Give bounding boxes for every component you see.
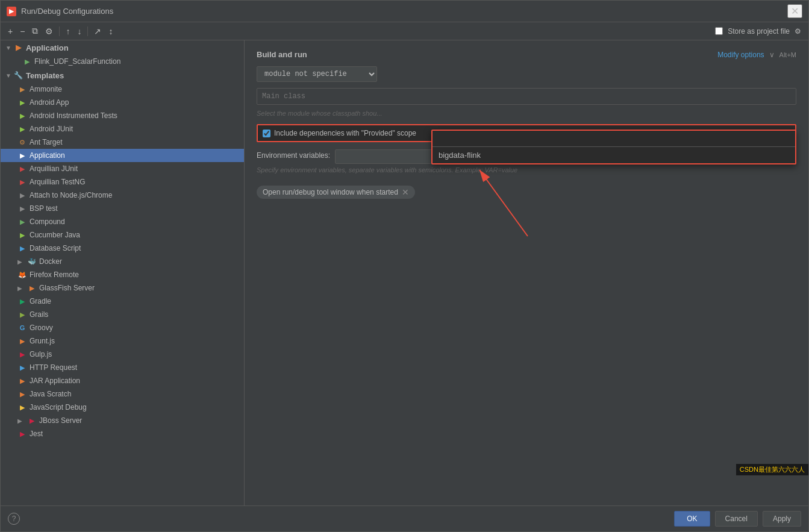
modify-options-chevron: ∨ — [769, 51, 775, 59]
template-firefox[interactable]: 🦊 Firefox Remote — [1, 268, 244, 281]
db-icon: ▶ — [17, 243, 27, 253]
template-android-instrumented[interactable]: ▶ Android Instrumented Tests — [1, 109, 244, 122]
template-application[interactable]: ▶ Application — [1, 149, 244, 162]
main-class-input[interactable] — [257, 88, 796, 105]
dropdown-search-input[interactable] — [433, 131, 795, 147]
template-gruntjs[interactable]: ▶ Grunt.js — [1, 334, 244, 348]
open-run-close-button[interactable]: ✕ — [402, 187, 409, 197]
toolbar: + − ⧉ ⚙ ↑ ↓ ↗ ↕ Store as project file ⚙ — [1, 22, 808, 40]
settings-button[interactable]: ⚙ — [43, 25, 55, 37]
modify-options-area: Modify options ∨ Alt+M — [717, 51, 796, 59]
module-dropdown[interactable]: module not specifie — [257, 66, 377, 82]
template-javascript-debug[interactable]: ▶ JavaScript Debug — [1, 401, 244, 414]
build-run-label: Build and run — [257, 50, 307, 59]
flink-item-label: Flink_UDF_ScalarFunction — [34, 57, 120, 66]
android-app-icon: ▶ — [17, 98, 27, 107]
ok-button[interactable]: OK — [674, 511, 710, 527]
sort-button[interactable]: ↕ — [106, 25, 115, 37]
template-jboss[interactable]: ▶ ▶ JBoss Server — [1, 414, 244, 427]
js-debug-icon: ▶ — [17, 402, 27, 412]
template-ammonite[interactable]: ▶ Ammonite — [1, 83, 244, 96]
move-up-button[interactable]: ↑ — [63, 25, 72, 37]
run-debug-dialog: ▶ Run/Debug Configurations ✕ + − ⧉ ⚙ ↑ ↓… — [0, 0, 809, 532]
svg-line-1 — [479, 170, 528, 236]
template-groovy[interactable]: G Groovy — [1, 321, 244, 334]
title-bar: ▶ Run/Debug Configurations ✕ — [1, 1, 808, 22]
application-section-icon: ▶ — [14, 43, 23, 52]
docker-expand-arrow: ▶ — [17, 258, 25, 265]
store-project-file-label: Store as project file — [728, 27, 790, 36]
help-button[interactable]: ? — [8, 513, 20, 525]
jboss-icon: ▶ — [27, 416, 37, 425]
application-section-header[interactable]: ▼ ▶ Application — [1, 40, 244, 55]
template-arquillian-junit[interactable]: ▶ Arquillian JUnit — [1, 162, 244, 175]
modify-options-link[interactable]: Modify options — [717, 51, 764, 59]
template-database-script[interactable]: ▶ Database Script — [1, 242, 244, 255]
flink-config-item[interactable]: ▶ Flink_UDF_ScalarFunction — [1, 55, 244, 68]
templates-expand-arrow: ▼ — [5, 72, 11, 79]
template-android-junit[interactable]: ▶ Android JUnit — [1, 122, 244, 136]
watermark: CSDN最佳第六六六人 — [736, 464, 808, 475]
copy-button[interactable]: ⧉ — [30, 25, 40, 37]
jest-icon: ▶ — [17, 429, 27, 439]
bottom-bar: ? OK Cancel Apply — [1, 505, 808, 531]
grunt-icon: ▶ — [17, 336, 27, 346]
dropdown-item-bigdata[interactable]: bigdata-flink — [433, 147, 795, 163]
template-http-request[interactable]: ▶ HTTP Request — [1, 361, 244, 374]
move-button[interactable]: ↗ — [92, 25, 104, 37]
template-cucumber-java[interactable]: ▶ Cucumber Java — [1, 228, 244, 242]
include-deps-checkbox[interactable] — [263, 130, 270, 137]
template-docker[interactable]: ▶ 🐳 Docker — [1, 255, 244, 268]
templates-section-icon: 🔧 — [14, 70, 23, 80]
templates-section-header[interactable]: ▼ 🔧 Templates — [1, 68, 244, 83]
compound-icon: ▶ — [17, 217, 27, 227]
template-attach-nodejs[interactable]: ▶ Attach to Node.js/Chrome — [1, 189, 244, 202]
firefox-icon: 🦊 — [17, 270, 27, 280]
glassfish-icon: ▶ — [27, 283, 37, 293]
glassfish-expand-arrow: ▶ — [17, 285, 25, 292]
application-section-label: Application — [26, 43, 69, 52]
template-jest[interactable]: ▶ Jest — [1, 427, 244, 440]
apply-button[interactable]: Apply — [763, 511, 801, 527]
jboss-expand-arrow: ▶ — [17, 418, 25, 424]
gradle-icon: ▶ — [17, 296, 27, 306]
template-glassfish[interactable]: ▶ ▶ GlassFish Server — [1, 281, 244, 295]
open-run-tag-area: Open run/debug tool window when started … — [257, 181, 796, 199]
jar-icon: ▶ — [17, 376, 27, 386]
bottom-action-buttons: OK Cancel Apply — [674, 511, 801, 527]
grails-icon: ▶ — [17, 310, 27, 319]
gear-settings-icon[interactable]: ⚙ — [792, 26, 804, 37]
add-button[interactable]: + — [5, 25, 15, 37]
gulp-icon: ▶ — [17, 349, 27, 359]
attach-nodejs-icon: ▶ — [17, 190, 27, 200]
android-instrumented-icon: ▶ — [17, 111, 27, 120]
android-junit-icon: ▶ — [17, 124, 27, 134]
include-deps-label: Include dependencies with "Provided" sco… — [274, 129, 416, 137]
template-grails[interactable]: ▶ Grails — [1, 308, 244, 321]
template-arquillian-testng[interactable]: ▶ Arquillian TestNG — [1, 175, 244, 189]
docker-icon: 🐳 — [27, 257, 37, 266]
main-content: ▼ ▶ Application ▶ Flink_UDF_ScalarFuncti… — [1, 40, 808, 505]
template-gulpjs[interactable]: ▶ Gulp.js — [1, 348, 244, 361]
dialog-title: Run/Debug Configurations — [21, 7, 782, 16]
template-jar-application[interactable]: ▶ JAR Application — [1, 374, 244, 387]
env-vars-hint: Specify environment variables, separate … — [257, 166, 796, 174]
template-android-app[interactable]: ▶ Android App — [1, 96, 244, 109]
store-project-file-checkbox[interactable] — [715, 27, 723, 35]
template-gradle[interactable]: ▶ Gradle — [1, 295, 244, 308]
cancel-button[interactable]: Cancel — [715, 511, 758, 527]
open-run-tag: Open run/debug tool window when started … — [257, 186, 415, 199]
java-scratch-label: Java Scratch — [30, 390, 71, 398]
ant-target-icon: ⚙ — [17, 137, 27, 147]
ammonite-icon: ▶ — [17, 84, 27, 94]
config-tree: ▼ ▶ Application ▶ Flink_UDF_ScalarFuncti… — [1, 40, 245, 505]
template-bsp-test[interactable]: ▶ BSP test — [1, 202, 244, 215]
jar-label: JAR Application — [30, 377, 80, 385]
template-java-scratch[interactable]: ▶ Java Scratch — [1, 387, 244, 401]
template-ant-target[interactable]: ⚙ Ant Target — [1, 136, 244, 149]
module-dropdown-overlay: bigdata-flink — [431, 130, 796, 164]
template-compound[interactable]: ▶ Compound — [1, 215, 244, 228]
move-down-button[interactable]: ↓ — [75, 25, 84, 37]
close-button[interactable]: ✕ — [787, 4, 802, 18]
remove-button[interactable]: − — [17, 25, 27, 37]
